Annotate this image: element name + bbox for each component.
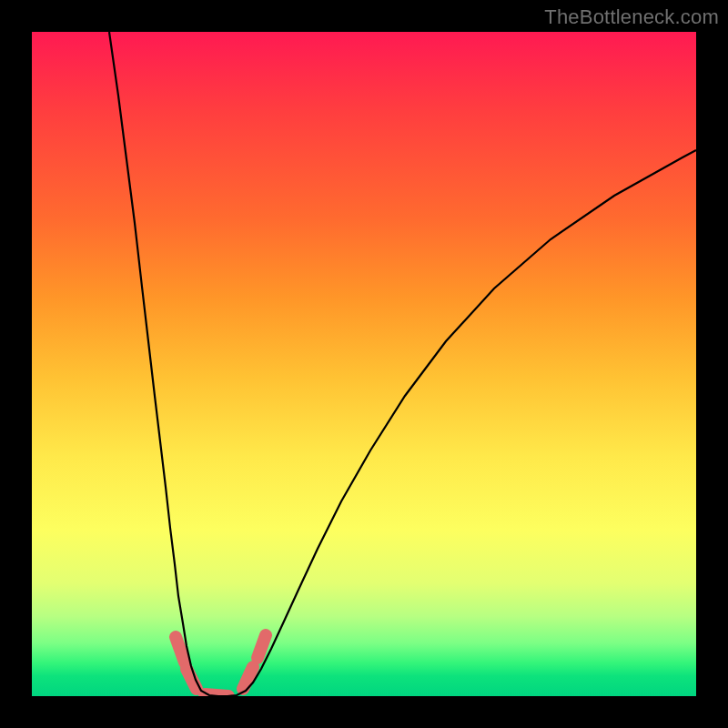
marker-segment <box>258 635 266 658</box>
plot-area <box>32 32 696 696</box>
chart-frame: TheBottleneck.com <box>0 0 728 728</box>
watermark-text: TheBottleneck.com <box>544 5 719 29</box>
curve-layer <box>32 32 696 696</box>
marker-layer <box>176 635 266 696</box>
marker-segment <box>176 637 185 662</box>
bottleneck-curve <box>109 32 696 696</box>
